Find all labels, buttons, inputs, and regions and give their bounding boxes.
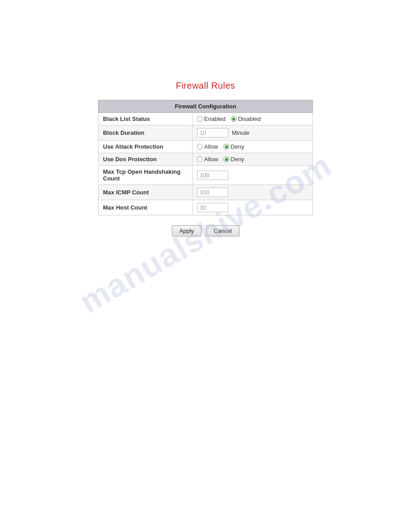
use-dos-protection-option2[interactable]: Deny	[223, 156, 244, 163]
table-row: Max Tcp Open Handshaking Count	[98, 166, 313, 185]
max-host-count-input[interactable]	[197, 203, 228, 212]
table-row: Max Host Count	[98, 200, 313, 215]
use-attack-protection-option2[interactable]: Deny	[223, 143, 244, 150]
apply-button[interactable]: Apply	[172, 225, 202, 236]
max-icmp-count-value	[193, 185, 313, 200]
table-row: Use Dos ProtectionAllowDeny	[98, 153, 313, 166]
use-dos-protection-radio2[interactable]	[223, 156, 229, 162]
table-row: Block DurationMinute	[98, 125, 313, 141]
black-list-status-radio1[interactable]	[197, 116, 203, 122]
black-list-status-value: EnabledDisabled	[193, 113, 313, 125]
block-duration-suffix: Minute	[232, 129, 249, 136]
cancel-button[interactable]: Cancel	[206, 225, 239, 236]
use-attack-protection-radio2[interactable]	[223, 144, 229, 150]
use-attack-protection-option1[interactable]: Allow	[197, 143, 218, 150]
block-duration-value: Minute	[193, 125, 313, 141]
max-icmp-count-label: Max ICMP Count	[98, 185, 193, 200]
max-icmp-count-input[interactable]	[197, 188, 228, 197]
use-dos-protection-option1[interactable]: Allow	[197, 156, 218, 163]
black-list-status-radio2[interactable]	[231, 116, 237, 122]
use-attack-protection-radio1[interactable]	[197, 144, 203, 150]
black-list-status-option2[interactable]: Disabled	[231, 116, 261, 122]
table-header: Firewall Configuration	[98, 100, 313, 113]
use-attack-protection-value: AllowDeny	[193, 141, 313, 153]
button-row: Apply Cancel	[172, 225, 240, 236]
page-title: Firewall Rules	[176, 81, 235, 91]
table-row: Use Attack ProtectionAllowDeny	[98, 141, 313, 153]
use-dos-protection-value: AllowDeny	[193, 153, 313, 166]
table-row: Max ICMP Count	[98, 185, 313, 200]
black-list-status-label: Black List Status	[98, 113, 193, 125]
max-tcp-count-value	[193, 166, 313, 185]
max-tcp-count-label: Max Tcp Open Handshaking Count	[98, 166, 193, 185]
use-dos-protection-label: Use Dos Protection	[98, 153, 193, 166]
config-table: Firewall Configuration Black List Status…	[98, 100, 313, 215]
use-dos-protection-radio1[interactable]	[197, 156, 203, 162]
page-wrapper: Firewall Rules Firewall Configuration Bl…	[0, 0, 411, 236]
max-host-count-value	[193, 200, 313, 215]
black-list-status-option1[interactable]: Enabled	[197, 116, 226, 122]
use-attack-protection-label: Use Attack Protection	[98, 141, 193, 153]
block-duration-input[interactable]	[197, 128, 228, 137]
max-tcp-count-input[interactable]	[197, 171, 228, 180]
block-duration-label: Block Duration	[98, 125, 193, 141]
max-host-count-label: Max Host Count	[98, 200, 193, 215]
table-row: Black List StatusEnabledDisabled	[98, 113, 313, 125]
